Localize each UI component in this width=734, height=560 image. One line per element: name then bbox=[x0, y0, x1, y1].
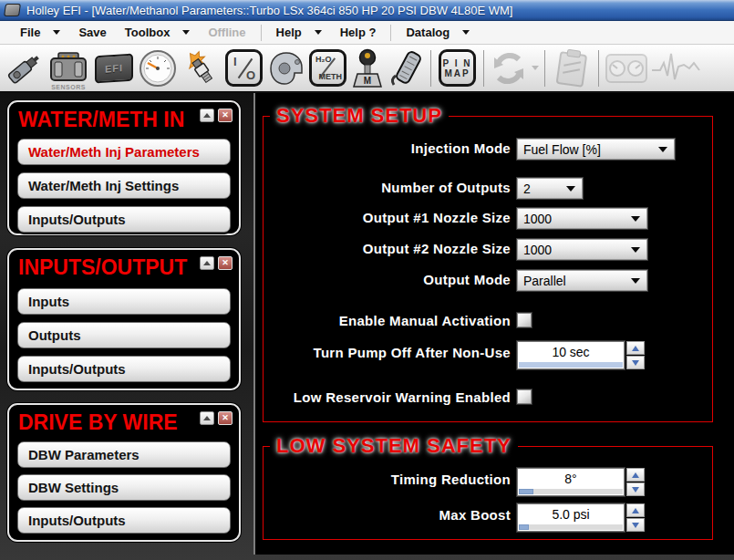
panel-inputs-outputs: INPUTS/OUTPUT ✕ Inputs Outputs Inputs/Ou… bbox=[7, 248, 241, 390]
scrollbar-thumb[interactable] bbox=[519, 524, 529, 530]
heartbeat-pulse-icon bbox=[649, 47, 702, 90]
io-icon[interactable]: I O bbox=[222, 47, 265, 90]
injection-mode-dropdown[interactable]: Fuel Flow [%] bbox=[517, 139, 675, 160]
content-area: WATER/METH IN ✕ Water/Meth Inj Parameter… bbox=[0, 93, 734, 560]
sync-icon bbox=[489, 47, 540, 90]
timing-reduction-input[interactable]: 8° bbox=[517, 468, 625, 496]
enable-manual-activation-label: Enable Manual Activation bbox=[255, 311, 511, 331]
spinner-scrollbar[interactable] bbox=[519, 362, 623, 368]
spark-plug-icon[interactable] bbox=[179, 47, 222, 90]
clipboard-icon bbox=[550, 47, 594, 90]
scrollbar-thumb[interactable] bbox=[519, 489, 533, 494]
menu-datalog[interactable]: Datalog bbox=[397, 21, 479, 44]
max-boost-input[interactable]: 5.0 psi bbox=[517, 503, 625, 532]
panel-collapse-button[interactable] bbox=[200, 411, 214, 425]
panel-close-button[interactable]: ✕ bbox=[218, 256, 233, 270]
menu-toolbox[interactable]: Toolbox bbox=[116, 21, 200, 44]
dbw-pedal-icon[interactable] bbox=[386, 47, 426, 90]
spinner-scrollbar[interactable] bbox=[519, 524, 623, 530]
timing-reduction-label: Timing Reduction bbox=[255, 468, 511, 492]
chevron-down-icon bbox=[462, 30, 470, 35]
output-2-nozzle-size-label: Output #2 Nozzle Size bbox=[255, 239, 511, 259]
panel-title: INPUTS/OUTPUT bbox=[18, 255, 187, 280]
spin-up-button[interactable] bbox=[626, 468, 645, 482]
chevron-down-icon bbox=[532, 66, 539, 70]
panel-water-meth-inj: WATER/METH IN ✕ Water/Meth Inj Parameter… bbox=[7, 100, 241, 235]
sensors-icon[interactable]: SENSORS bbox=[46, 47, 91, 90]
main-panel: SYSTEM SETUP Injection Mode Fuel Flow [%… bbox=[253, 93, 734, 555]
menu-file[interactable]: File bbox=[11, 21, 69, 44]
output-mode-label: Output Mode bbox=[255, 270, 511, 290]
timing-reduction-spinner[interactable]: 8° bbox=[517, 468, 645, 496]
sidebar-item-inputs-outputs[interactable]: Inputs/Outputs bbox=[17, 356, 231, 382]
output-2-nozzle-size-dropdown[interactable]: 1000 bbox=[517, 239, 647, 260]
window-title: Holley EFI - [Water/Methanol Parameters:… bbox=[26, 4, 512, 17]
turn-pump-off-label: Turn Pump Off After Non-Use bbox=[255, 341, 511, 365]
spin-up-button[interactable] bbox=[626, 341, 645, 355]
chevron-down-icon bbox=[182, 30, 190, 35]
title-bar: Holley EFI - [Water/Methanol Parameters:… bbox=[0, 0, 734, 21]
panel-title: WATER/METH IN bbox=[18, 108, 184, 132]
menu-separator bbox=[390, 25, 391, 41]
sidebar-item-inputs-outputs[interactable]: Inputs/Outputs bbox=[17, 206, 231, 233]
panel-collapse-button[interactable] bbox=[200, 256, 214, 270]
menu-help-question[interactable]: Help ? bbox=[331, 21, 386, 44]
spin-down-button[interactable] bbox=[626, 518, 645, 532]
chevron-down-icon bbox=[315, 30, 322, 35]
output-1-nozzle-size-dropdown[interactable]: 1000 bbox=[517, 208, 647, 229]
number-of-outputs-label: Number of Outputs bbox=[255, 178, 511, 198]
menu-offline: Offline bbox=[199, 21, 254, 44]
max-boost-spinner[interactable]: 5.0 psi bbox=[517, 503, 645, 532]
spinner-scrollbar[interactable] bbox=[519, 489, 623, 494]
chevron-down-icon bbox=[566, 186, 575, 192]
turn-pump-off-input[interactable]: 10 sec bbox=[517, 341, 625, 369]
number-of-outputs-dropdown[interactable]: 2 bbox=[517, 178, 583, 199]
output-mode-dropdown[interactable]: Parallel bbox=[517, 270, 647, 291]
turbo-boost-icon[interactable] bbox=[265, 47, 306, 90]
panel-close-button[interactable]: ✕ bbox=[218, 109, 233, 122]
low-reservoir-warning-checkbox[interactable] bbox=[517, 389, 532, 404]
spin-down-button[interactable] bbox=[626, 482, 645, 496]
enable-manual-activation-checkbox[interactable] bbox=[517, 313, 532, 327]
panel-close-button[interactable]: ✕ bbox=[218, 411, 233, 425]
gauge-icon[interactable] bbox=[137, 47, 179, 90]
sidebar-item-inputs-outputs[interactable]: Inputs/Outputs bbox=[17, 507, 231, 534]
section-title-low-system-safety: LOW SYSTEM SAFETY bbox=[270, 434, 518, 458]
toolbar-separator bbox=[430, 50, 431, 87]
sidebar-item-outputs[interactable]: Outputs bbox=[17, 322, 231, 348]
sidebar-item-dbw-settings[interactable]: DBW Settings bbox=[17, 474, 231, 501]
spin-down-button[interactable] bbox=[626, 356, 645, 369]
efi-ecu-icon[interactable]: EFI bbox=[91, 47, 137, 90]
output-1-nozzle-size-label: Output #1 Nozzle Size bbox=[255, 208, 511, 228]
menu-bar: File Save Toolbox Offline Help Help ? Da… bbox=[0, 21, 734, 45]
dashboard-gauges-icon bbox=[604, 47, 649, 90]
sidebar-item-inputs[interactable]: Inputs bbox=[17, 288, 231, 315]
toolbar-separator bbox=[544, 50, 545, 87]
icon-toolbar: SENSORS EFI bbox=[0, 45, 734, 93]
toolbar-separator bbox=[598, 50, 599, 87]
injection-mode-label: Injection Mode bbox=[255, 139, 511, 159]
section-title-system-setup: SYSTEM SETUP bbox=[270, 104, 449, 128]
menu-separator bbox=[261, 25, 262, 41]
menu-help[interactable]: Help bbox=[267, 21, 331, 44]
h2o-meth-icon[interactable]: H₂O METH bbox=[306, 47, 349, 90]
max-boost-label: Max Boost bbox=[255, 503, 511, 527]
turn-pump-off-spinner[interactable]: 10 sec bbox=[517, 341, 645, 369]
low-reservoir-warning-label: Low Reservoir Warning Enabled bbox=[255, 388, 511, 408]
sidebar-item-water-meth-inj-parameters[interactable]: Water/Meth Inj Parameters bbox=[17, 139, 231, 165]
spin-up-button[interactable] bbox=[626, 503, 645, 517]
sidebar-item-water-meth-inj-settings[interactable]: Water/Meth Inj Settings bbox=[17, 172, 231, 199]
chevron-down-icon bbox=[53, 30, 60, 35]
holley-app-icon bbox=[4, 4, 21, 16]
pin-map-icon[interactable]: P I N MAP bbox=[436, 47, 479, 90]
transmission-shifter-icon[interactable]: M bbox=[349, 47, 386, 90]
panel-collapse-button[interactable] bbox=[200, 109, 214, 122]
fuel-injector-icon[interactable] bbox=[4, 47, 46, 90]
menu-save[interactable]: Save bbox=[69, 21, 115, 44]
chevron-down-icon bbox=[658, 147, 667, 152]
panel-drive-by-wire: DRIVE BY WIRE ✕ DBW Parameters DBW Setti… bbox=[7, 403, 241, 542]
holley-efi-window: Holley EFI - [Water/Methanol Parameters:… bbox=[0, 0, 734, 560]
toolbar-separator bbox=[483, 50, 484, 87]
sidebar-item-dbw-parameters[interactable]: DBW Parameters bbox=[17, 441, 231, 468]
system-setup-groupbox bbox=[263, 116, 713, 422]
